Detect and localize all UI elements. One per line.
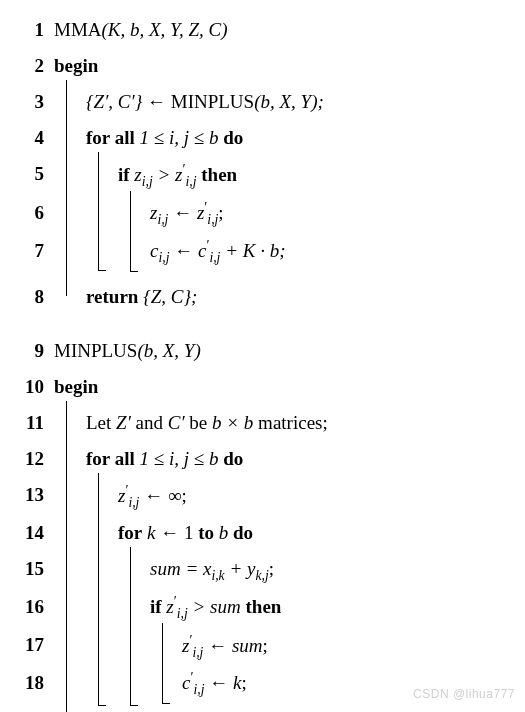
code-line: 7 ci,j ← c′i,j + K · b; [18, 233, 507, 271]
function-args: (K, b, X, Y, Z, C) [102, 19, 228, 40]
code-line: 17 z′i,j ← sum; [18, 627, 507, 665]
code-line: 14 for k ← 1 to b do [18, 515, 507, 551]
loop-cond: 1 ≤ i, j ≤ b [135, 448, 223, 469]
code-content: MINPLUS(b, X, Y) [54, 333, 507, 369]
subscript: i,j [142, 174, 153, 189]
plus-kb: + K · b; [220, 240, 285, 261]
subscript: i,j [186, 174, 197, 189]
keyword-if: if [150, 597, 162, 618]
code-line: 3 {Z′, C′} ← MINPLUS(b, X, Y); [18, 84, 507, 120]
line-number: 17 [18, 627, 54, 663]
line-number: 14 [18, 515, 54, 551]
subscript: i,j [193, 683, 204, 698]
code-content: return {Z, C}; [54, 279, 507, 315]
dim: b × b [212, 412, 253, 433]
arrow: ← 1 [160, 522, 198, 543]
keyword-forall: for all [86, 127, 135, 148]
code-content: if z′i,j > sum then [54, 589, 507, 627]
code-line: 11 Let Z′ and C′ be b × b matrices; [18, 405, 507, 441]
line-number: 2 [18, 48, 54, 84]
code-content: z′i,j ← sum; [54, 627, 507, 665]
semi: ; [218, 202, 223, 223]
code-line: 2 begin [18, 48, 507, 84]
function-name: MMA [54, 19, 102, 40]
code-content: for all 1 ≤ i, j ≤ b do [54, 120, 507, 156]
line-number: 8 [18, 279, 54, 315]
var-sum: sum [210, 597, 241, 618]
var-sum: sum [150, 558, 181, 579]
code-content: begin [54, 369, 507, 405]
code-content: c′i,j ← k; [54, 665, 507, 703]
keyword-forall: for all [86, 448, 135, 469]
code-line: 13 z′i,j ← ∞; [18, 477, 507, 515]
subscript: k,j [255, 568, 268, 583]
text-be: be [185, 412, 212, 433]
code-line: 8 return {Z, C}; [18, 279, 507, 315]
line-number: 7 [18, 233, 54, 269]
gt: > [188, 597, 210, 618]
algorithm-mma: 1 MMA(K, b, X, Y, Z, C) 2 begin 3 {Z′, C… [18, 12, 507, 315]
subscript: i,j [192, 644, 203, 659]
code-content: ci,j ← c′i,j + K · b; [54, 233, 507, 271]
call-args: (b, X, Y); [254, 91, 324, 112]
line-number: 16 [18, 589, 54, 625]
arrow: ← [203, 635, 232, 656]
line-number: 11 [18, 405, 54, 441]
keyword-to: to [198, 522, 214, 543]
arrow: ← [142, 91, 171, 112]
gt: > [153, 164, 175, 185]
code-content: z′i,j ← ∞; [54, 477, 507, 515]
var-sum: sum [232, 635, 263, 656]
keyword-do: do [233, 522, 253, 543]
code-content: zi,j ← z′i,j; [54, 195, 507, 233]
code-line: 15 sum = xi,k + yk,j; [18, 551, 507, 589]
code-line: 1 MMA(K, b, X, Y, Z, C) [18, 12, 507, 48]
text-let: Let [86, 412, 116, 433]
text-matrices: matrices; [253, 412, 327, 433]
line-number: 10 [18, 369, 54, 405]
var-zp: Z′ [116, 412, 131, 433]
code-content: begin [54, 48, 507, 84]
code-content: if zi,j > z′i,j then [54, 156, 507, 194]
plus: + [225, 558, 247, 579]
keyword-begin: begin [54, 376, 98, 397]
subscript: i,j [177, 606, 188, 621]
subscript: i,j [128, 494, 139, 509]
line-number: 5 [18, 156, 54, 192]
line-number: 18 [18, 665, 54, 701]
keyword-then: then [197, 164, 238, 185]
subscript: i,j [158, 250, 169, 265]
code-content: for all 1 ≤ i, j ≤ b do [54, 441, 507, 477]
keyword-do: do [223, 127, 243, 148]
subscript: i,k [211, 568, 224, 583]
var-zp: z [162, 597, 174, 618]
keyword-for: for [118, 522, 142, 543]
keyword-do: do [223, 448, 243, 469]
keyword-then: then [241, 597, 282, 618]
arrow: ← [204, 673, 233, 694]
code-content: MMA(K, b, X, Y, Z, C) [54, 12, 507, 48]
keyword-return: return [86, 286, 138, 307]
keyword-if: if [118, 164, 130, 185]
line-number: 6 [18, 195, 54, 231]
code-line: 6 zi,j ← z′i,j; [18, 195, 507, 233]
code-line: 16 if z′i,j > sum then [18, 589, 507, 627]
line-number: 15 [18, 551, 54, 587]
line-number: 13 [18, 477, 54, 513]
code-line: 10 begin [18, 369, 507, 405]
subscript: i,j [209, 250, 220, 265]
text-and: and [131, 412, 168, 433]
line-number: 3 [18, 84, 54, 120]
var-z: z [130, 164, 142, 185]
var-b: b [214, 522, 233, 543]
function-name: MINPLUS [54, 340, 137, 361]
semi: ; [241, 673, 246, 694]
code-content: for k ← 1 to b do [54, 515, 507, 551]
line-number: 12 [18, 441, 54, 477]
loop-cond: 1 ≤ i, j ≤ b [135, 127, 223, 148]
code-content: {Z′, C′} ← MINPLUS(b, X, Y); [54, 84, 507, 120]
code-line: 5 if zi,j > z′i,j then [18, 156, 507, 194]
line-number: 1 [18, 12, 54, 48]
keyword-begin: begin [54, 55, 98, 76]
code-content: sum = xi,k + yk,j; [54, 551, 507, 589]
